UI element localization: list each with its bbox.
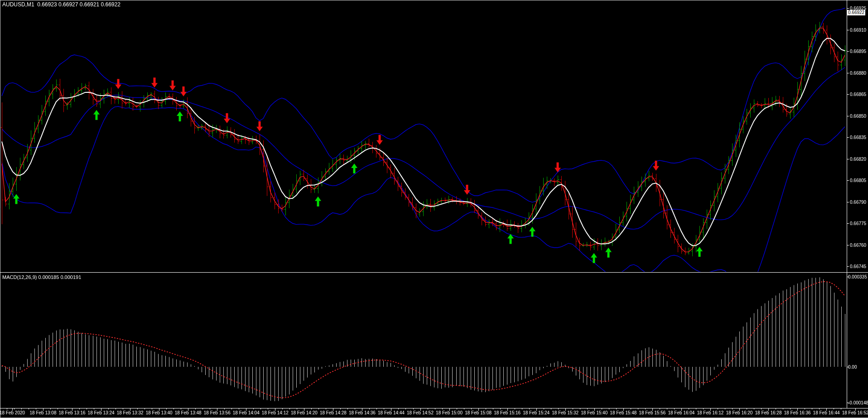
time-axis-label: 18 Feb 15:40 xyxy=(581,410,608,415)
time-axis-label: 18 Feb 14:36 xyxy=(349,410,376,415)
time-axis-label: 18 Feb 16:52 xyxy=(842,410,868,415)
chart-window: AUDUSD,M1 0.66923 0.66927 0.66921 0.6692… xyxy=(0,0,868,418)
time-axis-label: 18 Feb 14:04 xyxy=(233,410,260,415)
time-axis-label: 18 Feb 13:32 xyxy=(117,410,144,415)
time-axis-label: 18 Feb 14:20 xyxy=(291,410,318,415)
price-axis-label: 0.66925 xyxy=(850,6,866,11)
time-axis-label: 18 Feb 15:16 xyxy=(494,410,521,415)
price-axis-label: 0.66760 xyxy=(850,242,866,247)
current-price-box: 0.66922 xyxy=(847,10,865,15)
time-axis-label: 18 Feb 15:00 xyxy=(436,410,463,415)
time-axis-label: 18 Feb 13:08 xyxy=(30,410,57,415)
macd-indicator-label: MACD(12,26,9) 0.000185 0.000191 xyxy=(2,275,81,279)
price-axis-label: 0.66880 xyxy=(850,70,866,75)
price-axis-label: 0.66910 xyxy=(850,27,866,32)
time-axis-label: 18 Feb 15:56 xyxy=(639,410,665,415)
time-axis-label: 18 Feb 14:28 xyxy=(320,410,347,415)
time-axis-label: 18 Feb 15:24 xyxy=(523,410,550,415)
time-axis-label: 18 Feb 16:44 xyxy=(813,410,840,415)
macd-axis-label: 0.00 xyxy=(848,365,857,370)
time-axis-label: 18 Feb 13:40 xyxy=(146,410,173,415)
time-axis-label: 18 Feb 14:44 xyxy=(378,410,405,415)
price-axis-label: 0.66820 xyxy=(850,156,866,161)
time-axis-label: 18 Feb 16:04 xyxy=(668,410,694,415)
price-axis-label: 0.66895 xyxy=(850,49,866,54)
time-axis-label: 18 Feb 14:12 xyxy=(262,410,289,415)
time-axis-label: 18 Feb 16:12 xyxy=(697,410,723,415)
macd-axis-label: 0.000335 xyxy=(848,274,867,279)
macd-axis-label: -0.000148 xyxy=(848,400,868,405)
price-axis-label: 0.66850 xyxy=(850,113,866,118)
time-axis-label: 18 Feb 16:28 xyxy=(755,410,782,415)
time-axis-label: 18 Feb 16:20 xyxy=(726,410,752,415)
price-axis-label: 0.66835 xyxy=(850,135,866,140)
time-axis-label: 18 Feb 13:56 xyxy=(204,410,231,415)
price-axis-label: 0.66790 xyxy=(850,199,866,204)
price-axis-label: 0.66805 xyxy=(850,178,866,183)
chart-canvas[interactable] xyxy=(0,0,868,418)
time-axis-label: 18 Feb 14:52 xyxy=(407,410,434,415)
time-axis-label: 18 Feb 15:48 xyxy=(610,410,637,415)
time-axis-label: 18 Feb 16:36 xyxy=(784,410,811,415)
time-axis-label: 18 Feb 15:32 xyxy=(552,410,579,415)
time-axis-label: 18 Feb 13:24 xyxy=(88,410,115,415)
time-axis-label: 18 Feb 15:08 xyxy=(465,410,492,415)
price-axis-label: 0.66775 xyxy=(850,221,866,226)
time-axis-label: 18 Feb 13:16 xyxy=(59,410,86,415)
time-axis-label: 18 Feb 13:48 xyxy=(175,410,202,415)
time-axis-label: 18 Feb 2020 xyxy=(0,410,25,415)
price-axis-label: 0.66745 xyxy=(850,264,866,269)
price-axis-label: 0.66865 xyxy=(850,92,866,97)
symbol-ohlc-title: AUDUSD,M1 0.66923 0.66927 0.66921 0.6692… xyxy=(2,2,121,7)
